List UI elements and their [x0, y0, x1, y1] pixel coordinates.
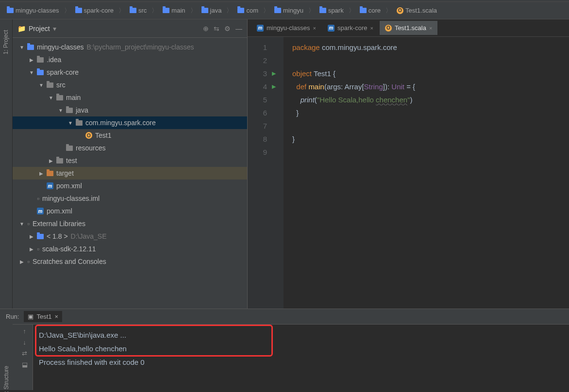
breadcrumb-sep: 〉 [151, 6, 158, 15]
type: Array [345, 82, 362, 91]
m-icon: m [47, 182, 53, 189]
folder-blue-icon [37, 234, 44, 239]
run-header: Run: ▣ Test1 × [0, 309, 569, 325]
string: "Hello Scala,hello [317, 96, 376, 104]
tree-row[interactable]: ▶▫scala-sdk-2.12.11 [13, 243, 247, 255]
structure-gutter[interactable]: 7: Structure [0, 320, 13, 388]
annotation-box [35, 325, 273, 357]
run-tab-label: Test1 [36, 313, 51, 320]
console-output[interactable]: D:\Java_SE\bin\java.exe ... Hello Scala,… [33, 325, 569, 390]
source-code[interactable]: package com.mingyu.spark.core object Tes… [284, 37, 569, 309]
run-gutter-icon[interactable]: ▶ [272, 67, 284, 80]
breadcrumb-item[interactable]: src [127, 6, 150, 15]
breadcrumb-item[interactable]: main [160, 6, 188, 15]
string: chenchen [376, 96, 407, 104]
folder-orange-icon [47, 171, 53, 176]
editor-tab[interactable]: mspark-core× [322, 21, 379, 35]
gutter-marks: ▶ ▶ [272, 37, 284, 309]
tree-row[interactable]: ▼mingyu-classes B:\pycharm_project\mingy… [13, 41, 247, 53]
run-label: Run: [6, 313, 19, 320]
run-panel: Run: ▣ Test1 × ▶ ■ 📷 ⇥ ↑ ↓ ⇄ ⬓ D:\Java_S… [0, 309, 569, 390]
o-icon: O [385, 25, 392, 32]
tree-row[interactable]: ▶test [13, 154, 247, 167]
expand-icon[interactable]: ⇆ [214, 25, 219, 33]
tree-row[interactable]: ▶< 1.8 > D:\Java_SE [13, 230, 247, 243]
tree-row[interactable]: ▶▫Scratches and Consoles [13, 255, 247, 268]
generic-icon: ▫ [37, 195, 39, 202]
lib-icon: ▫ [37, 245, 39, 253]
tree-row[interactable]: mpom.xml [13, 205, 247, 217]
tree-row[interactable]: resources [13, 142, 247, 154]
breadcrumb-item[interactable]: spark-core [72, 6, 117, 15]
breadcrumb-sep: 〉 [226, 6, 233, 15]
up-icon[interactable]: ↑ [23, 327, 26, 335]
folder-grey-icon [66, 146, 73, 151]
breadcrumb-item[interactable]: OTest1.scala [394, 6, 440, 15]
editor-tab[interactable]: OTest1.scala× [380, 21, 437, 35]
breadcrumb-item[interactable]: spark [317, 6, 347, 15]
run-tab[interactable]: ▣ Test1 × [24, 311, 62, 322]
down-icon[interactable]: ↓ [23, 339, 26, 346]
gear-icon[interactable]: ⚙ [224, 25, 231, 33]
code-area[interactable]: 123456789 ▶ ▶ package com.mingyu.spark.c… [248, 37, 569, 309]
breadcrumb-sep: 〉 [118, 6, 125, 15]
close-icon[interactable]: × [313, 25, 316, 31]
tree-row[interactable]: OTest1 [13, 129, 247, 142]
folder-blue-icon [37, 70, 44, 75]
o-icon: O [85, 132, 92, 139]
breadcrumb-sep: 〉 [64, 6, 70, 15]
hide-icon[interactable]: — [235, 25, 242, 33]
function: print [301, 96, 315, 104]
function: main [308, 82, 324, 91]
panel-title-text: Project [29, 25, 50, 33]
scroll-icon[interactable]: ⬓ [22, 361, 28, 368]
breadcrumb-sep: 〉 [349, 6, 355, 15]
identifier: args [327, 82, 341, 91]
run-icon: ▣ [28, 313, 33, 320]
run-gutter-icon[interactable]: ▶ [272, 80, 284, 93]
tree-row[interactable]: ▼▫External Libraries [13, 217, 247, 230]
breadcrumb-item[interactable]: mingyu-classes [4, 6, 62, 15]
close-icon[interactable]: × [370, 25, 373, 31]
keyword: def [296, 82, 306, 91]
folder-grey-icon [37, 57, 44, 63]
project-gutter[interactable]: 1: Project [0, 19, 13, 309]
tree-row[interactable]: ▶.idea [13, 53, 247, 66]
tree-row[interactable]: ▼java [13, 104, 247, 116]
m-icon: m [328, 25, 335, 32]
folder-blue-icon [27, 45, 34, 50]
tree-row[interactable]: ▶target [13, 167, 247, 180]
identifier: Test1 [314, 69, 331, 78]
editor-tabs: mmingyu-classes×mspark-core×OTest1.scala… [248, 19, 569, 37]
wrap-icon[interactable]: ⇄ [22, 350, 27, 357]
panel-title[interactable]: 📁 Project ▾ [17, 25, 56, 33]
breadcrumb: mingyu-classes〉spark-core〉src〉main〉java〉… [0, 2, 569, 19]
breadcrumb-item[interactable]: mingyu [271, 6, 306, 15]
tree-row[interactable]: ▼com.mingyu.spark.core [13, 116, 247, 129]
chevron-down-icon: ▾ [53, 25, 56, 33]
editor-tab[interactable]: mmingyu-classes× [251, 21, 321, 35]
type: Unit [391, 82, 404, 91]
close-icon[interactable]: × [429, 25, 432, 31]
close-icon[interactable]: × [55, 313, 59, 320]
tree-row[interactable]: ▼src [13, 79, 247, 91]
editor: mmingyu-classes×mspark-core×OTest1.scala… [248, 19, 569, 309]
tree-row[interactable]: ▼main [13, 91, 247, 104]
panel-header: 📁 Project ▾ ⊕ ⇆ ⚙ — [13, 19, 247, 38]
project-icon: 📁 [17, 25, 26, 33]
breadcrumb-item[interactable]: java [199, 6, 225, 15]
folder-grey-icon [56, 158, 63, 163]
breadcrumb-sep: 〉 [385, 6, 392, 15]
project-gutter-label: 1: Project [3, 30, 10, 55]
run-actions-2: ↑ ↓ ⇄ ⬓ [17, 325, 33, 390]
type: String [364, 82, 383, 91]
breadcrumb-item[interactable]: core [357, 6, 384, 15]
folder-grey-icon [66, 108, 73, 113]
locate-icon[interactable]: ⊕ [203, 25, 209, 33]
tree-row[interactable]: mpom.xml [13, 180, 247, 192]
breadcrumb-sep: 〉 [190, 6, 197, 15]
project-panel: 📁 Project ▾ ⊕ ⇆ ⚙ — ▼mingyu-classes B:\p… [13, 19, 248, 309]
tree-row[interactable]: ▼spark-core [13, 66, 247, 79]
breadcrumb-item[interactable]: com [234, 6, 261, 15]
tree-row[interactable]: ▫mingyu-classes.iml [13, 192, 247, 205]
